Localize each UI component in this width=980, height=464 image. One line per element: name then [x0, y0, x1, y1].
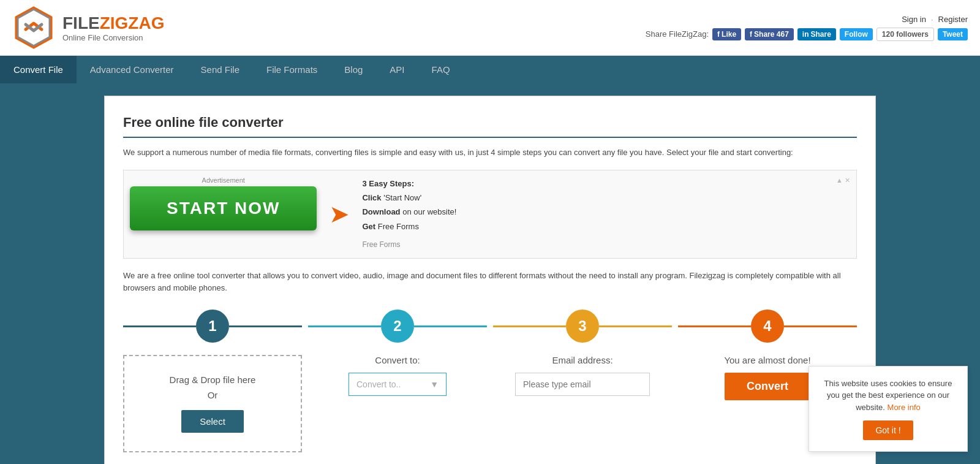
- tw-tweet-btn[interactable]: Tweet: [938, 28, 968, 40]
- step-2-line-right: [414, 325, 487, 327]
- site-header: FILEZIGZAG Online File Conversion Sign i…: [0, 0, 980, 56]
- step-1-col: 1 Drag & Drop file here Or Select: [123, 310, 302, 452]
- sign-in-link[interactable]: Sign in: [902, 15, 926, 24]
- more-info-link[interactable]: More info: [888, 403, 921, 412]
- cookie-text: This website uses cookies to ensure you …: [821, 378, 955, 414]
- ad-close-icon: ▲ ✕: [836, 177, 850, 184]
- logo-area: FILEZIGZAG Online File Conversion: [12, 6, 164, 49]
- step-2-col: 2 Convert to: Convert to.. ▼: [308, 310, 487, 452]
- tw-follow-btn[interactable]: Follow: [840, 28, 873, 40]
- fb-share-btn[interactable]: f Share 467: [745, 28, 794, 40]
- step-2-line-container: 2: [308, 310, 487, 343]
- nav-faq[interactable]: FAQ: [418, 56, 464, 83]
- ad-steps-title: 3 Easy Steps:: [362, 179, 414, 188]
- step-2-label: Convert to:: [375, 355, 420, 365]
- drop-area[interactable]: Drag & Drop file here Or Select: [123, 355, 302, 452]
- dropdown-icon: ▼: [430, 379, 439, 389]
- tw-followers-badge[interactable]: 120 followers: [876, 28, 934, 41]
- ad-free-forms: Free Forms: [362, 238, 456, 252]
- nav-api[interactable]: API: [376, 56, 418, 83]
- step-2-line-left: [308, 325, 381, 327]
- share-label: Share FileZigZag:: [646, 29, 709, 39]
- main-card: Free online file converter We support a …: [104, 96, 876, 464]
- step-1-line-left: [123, 325, 196, 327]
- step-4-circle: 4: [751, 310, 784, 343]
- fb-icon: f: [717, 30, 720, 39]
- logo-subtitle: Online File Conversion: [62, 33, 164, 42]
- step-4-line-left: [678, 325, 751, 327]
- convert-button[interactable]: Convert: [725, 373, 810, 400]
- step-4-label: You are almost done!: [724, 355, 810, 365]
- convert-to-select[interactable]: Convert to.. ▼: [349, 373, 447, 396]
- logo-name: FILEZIGZAG: [62, 13, 164, 33]
- email-input[interactable]: [515, 373, 650, 396]
- select-button[interactable]: Select: [181, 410, 244, 433]
- step-1-line-container: 1: [123, 310, 302, 343]
- step-2-circle: 2: [381, 310, 414, 343]
- steps-row: 1 Drag & Drop file here Or Select 2 Conv…: [123, 310, 857, 452]
- page-title: Free online file converter: [123, 115, 857, 138]
- ad-label: Advertisement: [130, 177, 317, 184]
- step-1-line-right: [229, 325, 302, 327]
- step-3-label: Email address:: [552, 355, 612, 365]
- cookie-notice: This website uses cookies to ensure you …: [809, 366, 968, 452]
- main-nav: Convert File Advanced Converter Send Fil…: [0, 56, 980, 83]
- fb-share-icon: f: [750, 30, 752, 39]
- ad-step3: Get Free Forms: [362, 222, 418, 231]
- nav-send-file[interactable]: Send File: [187, 56, 253, 83]
- header-right: Sign in · Register Share FileZigZag: f L…: [646, 15, 968, 41]
- got-it-button[interactable]: Got it !: [863, 420, 913, 440]
- nav-convert-file[interactable]: Convert File: [0, 56, 77, 83]
- logo-text: FILEZIGZAG Online File Conversion: [62, 13, 164, 42]
- li-icon: in: [802, 30, 809, 39]
- or-text: Or: [137, 390, 288, 400]
- step-3-line-left: [493, 325, 566, 327]
- separator-dot: ·: [931, 15, 933, 24]
- step-4-line-container: 4: [678, 310, 857, 343]
- step-3-line-container: 3: [493, 310, 672, 343]
- ad-arrow-icon: ➤: [329, 200, 350, 228]
- ad-banner: Advertisement START NOW ➤ 3 Easy Steps: …: [123, 170, 857, 259]
- ad-step1: Click 'Start Now': [362, 193, 421, 202]
- social-row: Share FileZigZag: f Like f Share 467 in …: [646, 28, 968, 41]
- nav-file-formats[interactable]: File Formats: [253, 56, 331, 83]
- step-3-col: 3 Email address:: [493, 310, 672, 452]
- body-text: We are a free online tool converter that…: [123, 270, 857, 295]
- step-3-line-right: [599, 325, 672, 327]
- nav-blog[interactable]: Blog: [331, 56, 376, 83]
- drag-drop-label: Drag & Drop file here: [137, 375, 288, 385]
- ad-close[interactable]: ▲ ✕: [836, 177, 850, 184]
- description: We support a numerous number of media fi…: [123, 146, 857, 159]
- ad-step2: Download on our website!: [362, 207, 456, 216]
- step-3-circle: 3: [566, 310, 599, 343]
- header-top-links: Sign in · Register: [902, 15, 968, 24]
- svg-marker-1: [16, 7, 51, 48]
- logo-zigzag: ZIGZAG: [100, 13, 165, 32]
- fb-like-btn[interactable]: f Like: [712, 28, 741, 40]
- logo-file: FILE: [62, 13, 100, 32]
- logo-icon: [12, 6, 55, 49]
- li-share-btn[interactable]: in Share: [797, 28, 836, 40]
- register-link[interactable]: Register: [938, 15, 968, 24]
- step-4-line-right: [784, 325, 857, 327]
- start-now-button[interactable]: START NOW: [130, 186, 317, 230]
- nav-advanced-converter[interactable]: Advanced Converter: [77, 56, 187, 83]
- convert-to-placeholder: Convert to..: [356, 379, 401, 389]
- ad-steps: 3 Easy Steps: Click 'Start Now' Download…: [362, 177, 456, 252]
- step-1-circle: 1: [196, 310, 229, 343]
